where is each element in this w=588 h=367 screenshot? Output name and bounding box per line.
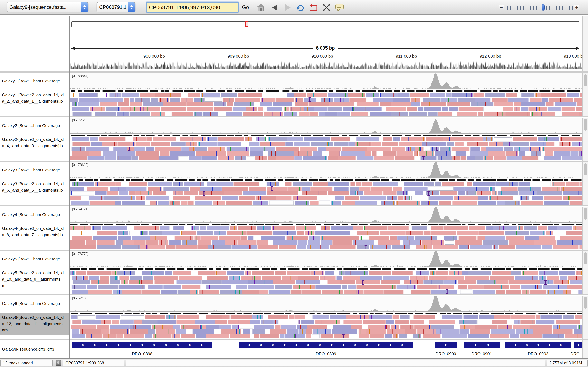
span-arrow-right-head: [576, 47, 579, 50]
zoom-in-button[interactable]: +: [574, 5, 579, 10]
select-stepper-icon[interactable]: [128, 2, 135, 12]
strand-chevron-icon: <: [200, 343, 203, 347]
track-scrollbar[interactable]: [582, 296, 588, 339]
home-button[interactable]: [256, 3, 265, 12]
zoom-tick: [553, 6, 553, 10]
alignment-canvas[interactable]: [70, 251, 582, 294]
strand-chevron-icon: <: [188, 343, 191, 347]
zoom-tick: [540, 6, 540, 10]
gene-track-scrollbar[interactable]: [582, 340, 588, 359]
genome-select[interactable]: Galaxy9-[sequence.fasta...: [7, 2, 88, 12]
resize-tracks-button[interactable]: [322, 3, 331, 12]
alignment-track-name[interactable]: Galaxy1-[Bowtie2_on_data_14,_d a_2,_and_…: [0, 91, 69, 106]
alignment-canvas[interactable]: [70, 207, 582, 250]
define-region-button[interactable]: [309, 3, 318, 12]
gene-track-panel: Galaxy8-[sequence.gff3].gff3 <<<<<<<<<<<…: [0, 339, 588, 359]
forward-button[interactable]: [283, 3, 293, 12]
toolbar: Galaxy9-[sequence.fasta... CP068791.1 Go: [0, 0, 588, 15]
scrollbar-thumb[interactable]: [584, 163, 587, 175]
zoom-tick: [533, 6, 534, 10]
zoom-out-button[interactable]: −: [499, 5, 504, 10]
alignment-canvas[interactable]: [70, 118, 582, 161]
alignment-track-name[interactable]: Galaxy2-[Bowtie2_on_data_14,_d a_4,_and_…: [0, 135, 69, 151]
coverage-track-name[interactable]: Galaxy5-[Bowt....bam Coverage: [2, 257, 69, 261]
gene-feature[interactable]: <<: [464, 342, 500, 348]
gene-feature[interactable]: >: [435, 342, 456, 348]
alignment-track-name[interactable]: Galaxy5-[Bowtie2_on_data_14,_d a_10,_and…: [0, 269, 69, 291]
strand-chevron-icon: >: [307, 343, 309, 347]
strand-chevron-icon: <: [153, 343, 155, 347]
chromosome-ideogram[interactable]: [71, 21, 579, 27]
track-scrollbar[interactable]: [582, 207, 588, 250]
zoom-tick: [569, 6, 570, 10]
zoom-tick: [562, 6, 563, 10]
back-arrow-icon: [271, 4, 278, 11]
chromosome-select-value: CP068791.1: [97, 4, 128, 10]
scrollbar-thumb[interactable]: [584, 119, 587, 131]
go-button[interactable]: Go: [242, 4, 249, 10]
zoom-slider[interactable]: [507, 5, 573, 10]
strand-chevron-icon: >: [319, 343, 321, 347]
zoom-slider-thumb[interactable]: [542, 4, 545, 11]
coverage-range-label: [0 - 59421]: [72, 207, 88, 211]
status-message-area: [126, 360, 545, 366]
zoom-tick: [514, 6, 514, 10]
alignment-track-name[interactable]: Galaxy6-[Bowtie2_on_data_14,_d a_12,_and…: [0, 313, 69, 335]
alignment-canvas[interactable]: [70, 162, 582, 205]
sequence-density-strip[interactable]: [70, 61, 582, 69]
gene-feature[interactable]: <<<<<: [505, 342, 571, 348]
back-button[interactable]: [270, 3, 280, 12]
zoom-tick: [520, 6, 521, 10]
alignment-canvas[interactable]: [70, 73, 582, 116]
gene-track-name[interactable]: Galaxy8-[sequence.gff3].gff3: [2, 347, 54, 352]
coverage-track-name[interactable]: Galaxy3-[Bowt....bam Coverage: [2, 168, 69, 173]
refresh-button[interactable]: [296, 3, 305, 12]
coverage-track-name[interactable]: Galaxy1-[Bowt....bam Coverage: [2, 79, 69, 83]
strand-chevron-icon: >: [284, 343, 286, 347]
gene-name-label: DRO_0902: [528, 351, 548, 356]
strand-chevron-icon: <: [141, 343, 143, 347]
alignment-canvas[interactable]: [70, 296, 582, 339]
gene-feature[interactable]: <<<<<<<<<<<: [72, 342, 212, 348]
memory-indicator-button[interactable]: [56, 360, 61, 366]
track-scrollbar[interactable]: [582, 73, 588, 116]
alignment-track-name[interactable]: Galaxy4-[Bowtie2_on_data_14,_d a_8,_and_…: [0, 224, 69, 240]
zoom-tick: [566, 6, 566, 10]
gene-feature[interactable]: <: [574, 342, 582, 348]
strand-chevron-icon: <: [474, 343, 477, 347]
chromosome-select[interactable]: CP068791.1: [97, 2, 136, 12]
ruler-scrollbar[interactable]: [582, 16, 588, 71]
locus-input[interactable]: [146, 2, 239, 13]
zoom-tick: [556, 6, 556, 10]
select-stepper-icon[interactable]: [81, 2, 88, 12]
strand-chevron-icon: <: [559, 343, 562, 347]
scrollbar-thumb[interactable]: [584, 297, 587, 309]
span-arrow-left-head: [71, 47, 75, 50]
track-scrollbar[interactable]: [582, 251, 588, 294]
scrollbar-thumb[interactable]: [584, 252, 587, 264]
gene-name-label: DRO_: [571, 351, 582, 356]
gene-feature[interactable]: >>>>>>>>>>>>>>: [239, 342, 413, 348]
track-scrollbar[interactable]: [582, 118, 588, 161]
zoom-tick: [510, 6, 511, 10]
scrollbar-thumb[interactable]: [584, 74, 587, 86]
coverage-track-name[interactable]: Galaxy2-[Bowt....bam Coverage: [2, 123, 69, 128]
strand-chevron-icon: <: [165, 343, 167, 347]
strand-chevron-icon: <: [117, 343, 119, 347]
coverage-track-name[interactable]: Galaxy4-[Bowt....bam Coverage: [2, 212, 69, 217]
scrollbar-thumb[interactable]: [584, 208, 587, 220]
track-panel-6: Galaxy6-[Bowt....bam Coverage Galaxy6-[B…: [0, 294, 588, 339]
strand-chevron-icon: >: [366, 343, 368, 347]
ruler-tick-label: 913 000 bp: [564, 54, 585, 58]
strand-chevron-icon: >: [354, 343, 357, 347]
strand-chevron-icon: <: [82, 343, 84, 347]
strand-chevron-icon: <: [177, 343, 179, 347]
coverage-track-name[interactable]: Galaxy6-[Bowt....bam Coverage: [2, 301, 69, 306]
alignment-track-name[interactable]: Galaxy3-[Bowtie2_on_data_14,_d a_6,_and_…: [0, 180, 69, 195]
popup-text-button[interactable]: [335, 3, 344, 12]
refresh-icon: [296, 3, 305, 12]
strand-chevron-icon: >: [295, 343, 298, 347]
track-scrollbar[interactable]: [582, 162, 588, 205]
zoom-tick: [523, 6, 524, 10]
strand-chevron-icon: <: [514, 343, 517, 347]
